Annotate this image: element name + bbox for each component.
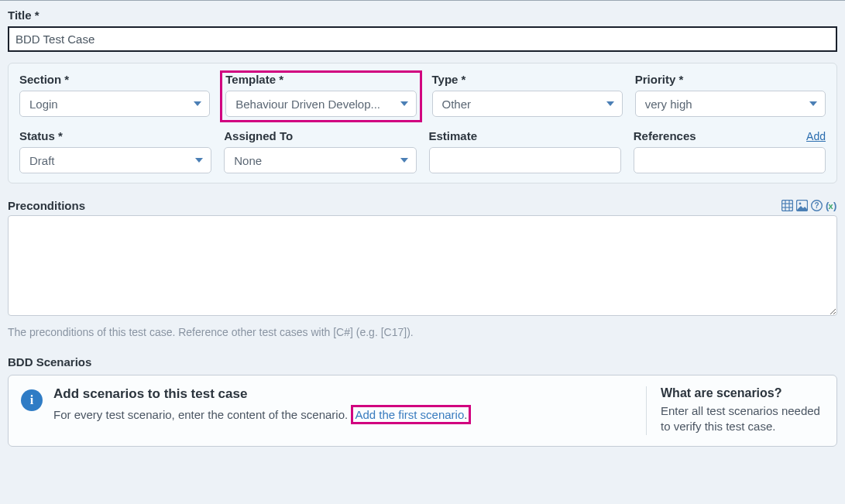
title-input[interactable] (8, 26, 837, 52)
bdd-add-body-suffix: . (464, 408, 467, 421)
estimate-input[interactable] (429, 147, 621, 173)
status-select[interactable]: Draft (19, 147, 211, 173)
chevron-down-icon (606, 101, 614, 106)
help-icon[interactable]: ? (810, 200, 823, 212)
bdd-scenarios-panel: i Add scenarios to this test case For ev… (8, 375, 837, 447)
assignedto-select[interactable]: None (224, 147, 416, 173)
type-label: Type * (432, 73, 623, 86)
info-icon: i (21, 389, 43, 411)
chevron-down-icon (809, 101, 817, 106)
template-value: Behaviour Driven Develop... (235, 98, 380, 111)
chevron-down-icon (400, 158, 408, 163)
table-icon[interactable] (781, 200, 793, 212)
type-value: Other (442, 98, 472, 111)
template-select[interactable]: Behaviour Driven Develop... (225, 91, 416, 117)
references-label: References (634, 129, 696, 142)
priority-select[interactable]: very high (635, 91, 826, 117)
estimate-label: Estimate (429, 129, 621, 142)
chevron-down-icon (400, 101, 408, 106)
svg-text:): ) (833, 200, 836, 211)
status-value: Draft (29, 154, 55, 167)
bdd-what-heading: What are scenarios? (661, 386, 824, 400)
priority-label: Priority * (635, 73, 826, 86)
references-input[interactable] (634, 147, 826, 173)
title-label: Title * (8, 9, 837, 22)
bdd-scenarios-label: BDD Scenarios (8, 355, 837, 369)
svg-point-6 (799, 203, 801, 205)
preconditions-textarea[interactable] (8, 215, 837, 316)
preconditions-toolbar: ? ( x ) (781, 200, 837, 212)
bdd-what-body: Enter all test scenarios needed to verif… (661, 403, 824, 435)
assignedto-value: None (234, 154, 262, 167)
fields-panel: Section * Login Template * Behaviour Dri… (8, 63, 837, 183)
chevron-down-icon (194, 101, 201, 106)
svg-text:?: ? (814, 201, 819, 210)
bdd-add-body-prefix: For every test scenario, enter the conte… (53, 408, 351, 421)
priority-value: very high (645, 98, 692, 111)
section-select[interactable]: Login (19, 91, 210, 117)
assignedto-label: Assigned To (224, 129, 416, 142)
add-first-scenario-link[interactable]: Add the first scenario (355, 408, 464, 421)
chevron-down-icon (195, 158, 203, 163)
section-label: Section * (19, 73, 210, 86)
template-label: Template * (225, 73, 416, 86)
svg-rect-0 (781, 201, 792, 211)
section-value: Login (29, 98, 58, 111)
preconditions-helper: The preconditions of this test case. Ref… (8, 326, 837, 338)
bdd-add-heading: Add scenarios to this test case (53, 386, 471, 402)
image-icon[interactable] (795, 200, 808, 212)
status-label: Status * (19, 129, 211, 142)
references-add-link[interactable]: Add (806, 130, 826, 142)
preconditions-label: Preconditions (8, 199, 85, 212)
clear-icon[interactable]: ( x ) (825, 200, 837, 212)
type-select[interactable]: Other (432, 91, 623, 117)
